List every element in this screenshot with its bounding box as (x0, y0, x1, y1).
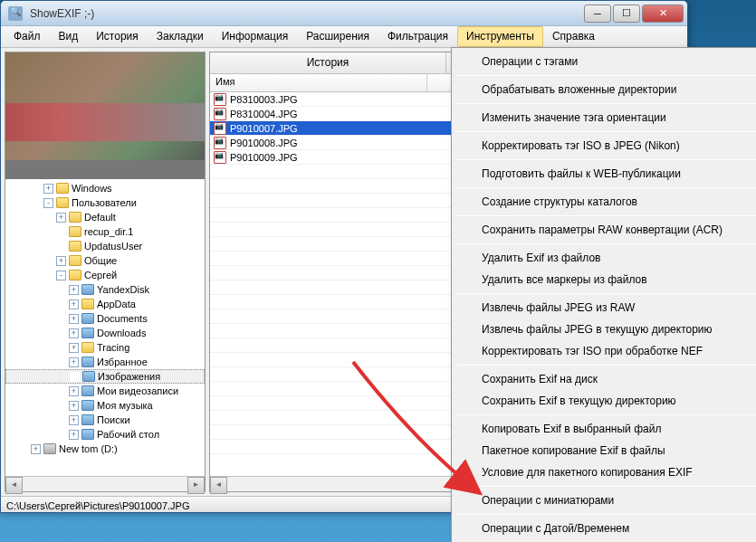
expander-icon[interactable]: + (56, 213, 66, 223)
image-file-icon (214, 137, 226, 149)
instruments-menu[interactable]: Операции с тэгамиОбрабатывать вложенные … (451, 47, 756, 542)
file-name: P8310003.JPG (230, 94, 298, 105)
tree-node[interactable]: UpdatusUser (5, 239, 205, 253)
file-name: P9010008.JPG (230, 138, 298, 148)
menu-item[interactable]: Удалить все маркеры из файлов (455, 269, 756, 290)
expander-icon[interactable]: + (43, 184, 53, 194)
tree-node[interactable]: +Общие (5, 253, 205, 268)
expander-icon[interactable]: + (69, 314, 79, 324)
folder-tree[interactable]: +Windows-Пользователи+Default recup_dir.… (5, 179, 205, 476)
folder-icon (69, 270, 81, 281)
menu-item[interactable]: Копировать Exif в выбранный файл (455, 418, 756, 440)
menu-item[interactable]: Извлечь файлы JPEG в текущую директорию (455, 319, 756, 340)
menu-item[interactable]: Операции с миниатюрами (455, 490, 756, 511)
menu-item[interactable]: Создание структуры каталогов (455, 191, 756, 213)
menu-инструменты[interactable]: Инструменты (457, 26, 543, 47)
menu-информация[interactable]: Информация (213, 26, 297, 47)
menu-item[interactable]: Обрабатывать вложенные директории (455, 79, 756, 100)
tree-node[interactable]: +Documents (5, 311, 205, 326)
image-file-icon (214, 122, 226, 135)
image-file-icon (214, 108, 226, 120)
expander-icon[interactable]: + (69, 285, 79, 295)
menu-расширения[interactable]: Расширения (297, 26, 378, 47)
special-icon (81, 313, 94, 324)
tree-node[interactable]: +Поиски (5, 413, 205, 427)
tree-node[interactable]: +Downloads (5, 326, 205, 340)
menu-item[interactable]: Сохранить Exif на диск (455, 368, 756, 390)
tree-node[interactable]: -Пользователи (5, 195, 205, 210)
expander-icon[interactable]: + (69, 300, 79, 309)
folder-icon (69, 212, 81, 223)
menu-item[interactable]: Операции с Датой/Временем (455, 518, 756, 539)
folder-icon (81, 299, 94, 309)
tree-node[interactable]: +Мои видеозаписи (5, 384, 205, 398)
tree-node[interactable]: +AppData (5, 297, 205, 311)
expander-icon[interactable]: + (69, 357, 79, 367)
menu-item[interactable]: Сохранить параметры RAW конвертации (ACR… (455, 219, 756, 241)
folder-icon (56, 197, 69, 208)
menu-separator (456, 131, 756, 132)
tree-node[interactable]: +Default (5, 210, 205, 224)
image-preview[interactable] (5, 52, 205, 179)
expander-icon[interactable]: + (69, 386, 79, 396)
menu-item[interactable]: Извлечь файлы JPEG из RAW (455, 297, 756, 319)
tree-node[interactable]: +YandexDisk (5, 282, 205, 297)
menu-item[interactable]: Удалить Exif из файлов (455, 247, 756, 269)
folder-icon (81, 342, 94, 353)
tree-node[interactable]: recup_dir.1 (5, 224, 205, 239)
special-icon (81, 414, 94, 425)
tree-label: Избранное (97, 357, 148, 367)
menu-item[interactable]: Корректировать тэг ISO при обработке NEF (455, 340, 756, 362)
menu-история[interactable]: История (87, 26, 148, 47)
expander-icon[interactable]: + (69, 401, 79, 411)
tree-label: recup_dir.1 (84, 226, 133, 237)
menu-item[interactable]: Операции с тэгами (455, 51, 756, 72)
menu-item[interactable]: Пакетное копирование Exif в файлы (455, 440, 756, 461)
menu-справка[interactable]: Справка (543, 26, 604, 47)
expander-icon[interactable]: + (69, 343, 79, 353)
menu-separator (456, 514, 756, 515)
menu-separator (456, 75, 756, 76)
tree-label: UpdatusUser (84, 241, 142, 252)
tree-node[interactable]: +Моя музыка (5, 398, 205, 413)
tree-node[interactable]: +Tracing (5, 340, 205, 355)
tree-node[interactable]: +Избранное (5, 355, 205, 369)
menu-закладки[interactable]: Закладки (148, 26, 213, 47)
tab-история[interactable]: История (210, 52, 446, 73)
folder-icon (69, 255, 81, 266)
maximize-button[interactable]: ☐ (613, 5, 640, 23)
tree-node[interactable]: -Сергей (5, 268, 205, 282)
expander-icon[interactable]: - (43, 198, 53, 208)
expander-icon[interactable]: + (69, 328, 79, 338)
left-panel: +Windows-Пользователи+Default recup_dir.… (5, 52, 206, 492)
tree-node[interactable]: Изображения (5, 369, 205, 384)
menubar: ФайлВидИсторияЗакладкиИнформацияРасширен… (1, 26, 687, 48)
close-button[interactable]: ✕ (642, 5, 684, 23)
tree-node[interactable]: +Рабочий стол (5, 427, 205, 442)
expander-icon[interactable]: + (56, 256, 66, 266)
column-name[interactable]: Имя (210, 74, 427, 91)
menu-item[interactable]: Условие для пакетного копирования EXIF (455, 461, 756, 483)
menu-item[interactable]: Подготовить файлы к WEB-публикации (455, 163, 756, 185)
tree-label: AppData (97, 299, 136, 309)
minimize-button[interactable]: ─ (584, 5, 611, 23)
app-icon (8, 6, 23, 21)
image-file-icon (214, 93, 226, 106)
expander-icon[interactable]: + (69, 430, 79, 440)
menu-фильтрация[interactable]: Фильтрация (378, 26, 457, 47)
menu-файл[interactable]: Файл (5, 26, 50, 47)
expander-icon[interactable]: - (56, 271, 66, 281)
expander-icon[interactable]: + (31, 444, 41, 454)
tree-hscrollbar[interactable] (5, 476, 205, 491)
menu-item[interactable]: Изменить значение тэга ориентации (455, 107, 756, 128)
menu-separator (456, 215, 756, 216)
tree-node[interactable]: +New tom (D:) (5, 442, 205, 456)
titlebar[interactable]: ShowEXIF ;-) ─ ☐ ✕ (1, 1, 687, 26)
menu-item[interactable]: Корректировать тэг ISO в JPEG (Nikon) (455, 135, 756, 157)
menu-item[interactable]: Сохранить Exif в текущую директорию (455, 390, 756, 412)
tree-node[interactable]: +Windows (5, 181, 205, 195)
tree-label: Windows (72, 183, 112, 194)
menu-вид[interactable]: Вид (50, 26, 88, 47)
expander-icon[interactable]: + (69, 415, 79, 425)
tree-label: Общие (84, 255, 117, 266)
